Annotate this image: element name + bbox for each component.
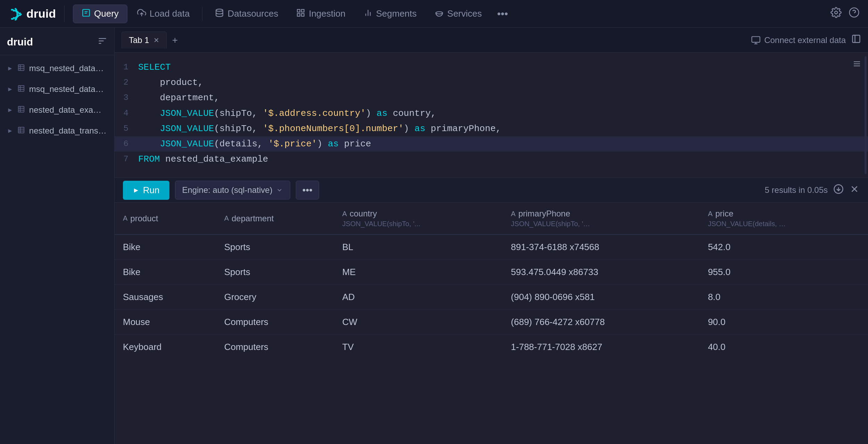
line-number: 3 (115, 90, 135, 105)
sidebar-item[interactable]: ► nested_data_transform_exampl (0, 120, 114, 141)
col-header-primaryphone[interactable]: A primaryPhone JSON_VALUE(shipTo, '… (503, 203, 700, 234)
table-cell-product: Bike (115, 234, 216, 260)
results-info: 5 results in 0.05s (765, 185, 828, 195)
nav-item-ingestion-label: Ingestion (309, 8, 345, 19)
services-icon (435, 8, 444, 19)
line-content: FROM nested_data_example (135, 152, 868, 167)
nav-item-load-data[interactable]: Load data (129, 5, 198, 23)
table-cell-product: Keyboard (115, 335, 216, 360)
editor-line: 7 FROM nested_data_example (115, 152, 868, 167)
results-area[interactable]: A product A department A (115, 203, 868, 444)
nav-item-segments[interactable]: Segments (355, 5, 425, 23)
sidebar-item-name: nested_data_transform_exampl (29, 126, 107, 136)
download-icon[interactable] (833, 184, 844, 197)
table-cell-price: 542.0 (700, 234, 868, 260)
editor-area[interactable]: 1 SELECT 2 product, 3 department, 4 JSON… (115, 53, 868, 178)
chevron-right-icon: ► (7, 106, 13, 114)
line-number: 5 (115, 121, 135, 136)
tab-add-button[interactable]: + (169, 32, 181, 49)
nav-item-datasources[interactable]: Datasources (207, 5, 286, 23)
table-cell-price: 955.0 (700, 260, 868, 285)
nav-more-button[interactable]: ••• (492, 5, 514, 23)
nav-item-ingestion[interactable]: Ingestion (288, 5, 354, 23)
collapse-sidebar-icon[interactable] (851, 34, 861, 46)
tab-bar: Tab 1 ✕ + Connect external data (115, 28, 868, 53)
nav-item-segments-label: Segments (376, 8, 417, 19)
main-layout: druid ► msq_nested_data_example ► msq_ne… (0, 28, 868, 444)
col-header-product[interactable]: A product (115, 203, 216, 234)
table-cell-product: Bike (115, 260, 216, 285)
nav-separator-1 (202, 7, 202, 21)
table-row: BikeSportsME593.475.0449 x86733955.0 (115, 260, 868, 285)
table-cell-product: Mouse (115, 310, 216, 335)
table-cell-department: Sports (216, 234, 334, 260)
svg-rect-19 (18, 65, 24, 70)
line-number: 4 (115, 106, 135, 121)
engine-selector[interactable]: Engine: auto (sql-native) (175, 181, 290, 199)
connect-external-button[interactable]: Connect external data (751, 35, 846, 45)
run-button[interactable]: ► Run (123, 181, 169, 200)
line-content: JSON_VALUE(shipTo, '$.phoneNumbers[0].nu… (135, 121, 868, 136)
col-type-icon: A (224, 214, 229, 222)
line-content: SELECT (135, 60, 868, 75)
svg-rect-31 (18, 127, 24, 133)
tab-close-icon[interactable]: ✕ (153, 36, 159, 44)
svg-point-13 (835, 11, 837, 14)
nav-item-load-data-label: Load data (150, 8, 190, 19)
col-header-department[interactable]: A department (216, 203, 334, 234)
table-cell-primaryPhone: (904) 890-0696 x581 (503, 285, 700, 310)
table-cell-primaryPhone: 593.475.0449 x86733 (503, 260, 700, 285)
sidebar-item[interactable]: ► nested_data_example (0, 100, 114, 120)
col-name: price (715, 209, 733, 219)
table-cell-price: 8.0 (700, 285, 868, 310)
line-number: 2 (115, 75, 135, 90)
table-cell-price: 90.0 (700, 310, 868, 335)
col-header-country[interactable]: A country JSON_VALUE(shipTo, '... (334, 203, 503, 234)
chevron-right-icon: ► (7, 127, 13, 135)
table-cell-department: Sports (216, 260, 334, 285)
chevron-right-icon: ► (7, 65, 13, 72)
sidebar-item[interactable]: ► msq_nested_data_example (0, 58, 114, 79)
table-cell-country: AD (334, 285, 503, 310)
table-row: KeyboardComputersTV1-788-771-7028 x86274… (115, 335, 868, 360)
chevron-down-icon (276, 187, 283, 194)
editor-scrollbar[interactable] (865, 56, 867, 174)
logo: ⦔ druid (8, 6, 65, 22)
table-cell-country: ME (334, 260, 503, 285)
col-header-price[interactable]: A price JSON_VALUE(details, … (700, 203, 868, 234)
editor-line: 6 JSON_VALUE(details, '$.price') as pric… (115, 136, 868, 152)
editor-line: 1 SELECT (115, 60, 868, 75)
help-icon[interactable] (849, 7, 860, 21)
sidebar-item[interactable]: ► msq_nested_data_transform_ex (0, 79, 114, 100)
svg-rect-35 (752, 36, 760, 42)
col-name: country (350, 209, 377, 219)
editor-line: 3 department, (115, 90, 868, 105)
sidebar-item-name: msq_nested_data_transform_ex (29, 84, 107, 94)
nav-item-query[interactable]: Query (73, 5, 127, 23)
table-cell-price: 40.0 (700, 335, 868, 360)
tab-1[interactable]: Tab 1 ✕ (122, 32, 167, 49)
top-nav: ⦔ druid Query Load data Datasources (0, 0, 868, 28)
settings-icon[interactable] (831, 7, 842, 21)
nav-items: Query Load data Datasources Ingestion S (73, 5, 831, 23)
datasources-icon (215, 8, 224, 19)
editor-menu-icon[interactable] (853, 60, 861, 70)
table-row: SausagesGroceryAD(904) 890-0696 x5818.0 (115, 285, 868, 310)
nav-item-services-label: Services (447, 8, 482, 19)
col-type-icon: A (123, 214, 127, 222)
close-results-icon[interactable] (849, 184, 860, 197)
table-cell-country: CW (334, 310, 503, 335)
sidebar-item-name: nested_data_example (29, 105, 107, 115)
svg-rect-7 (302, 14, 304, 16)
nav-item-datasources-label: Datasources (227, 8, 278, 19)
results-table: A product A department A (115, 203, 868, 359)
nav-item-services[interactable]: Services (426, 5, 490, 23)
line-number: 6 (115, 136, 135, 151)
more-options-button[interactable]: ••• (296, 181, 319, 199)
sidebar-sort-icon[interactable] (98, 36, 107, 48)
col-name: primaryPhone (518, 209, 570, 219)
svg-point-14 (850, 8, 859, 17)
svg-point-4 (216, 9, 223, 11)
table-cell-primaryPhone: 1-788-771-7028 x8627 (503, 335, 700, 360)
col-sub: JSON_VALUE(shipTo, '… (511, 220, 691, 228)
